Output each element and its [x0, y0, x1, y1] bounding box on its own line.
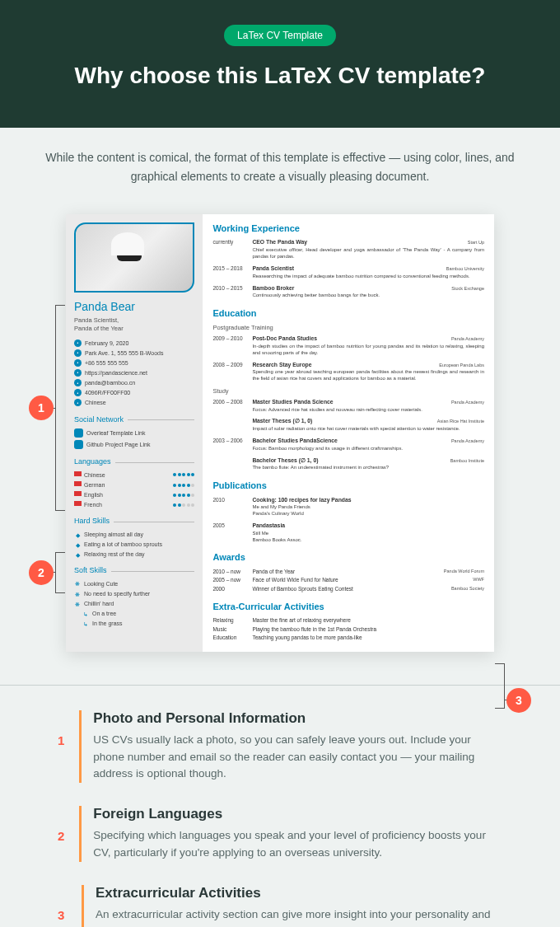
cv-preview-wrap: 1 2 3 Panda Bear Panda Scientist, Panda …: [0, 206, 560, 684]
tip-text: Specifying which languages you speak and…: [93, 827, 502, 862]
cv-entry: Bachelor Theses (∅ 1, 0)Bamboo Institute…: [212, 457, 484, 472]
social-icon: [74, 440, 83, 449]
intro-text: While the content is comical, the format…: [0, 128, 560, 206]
tip-item: 3Extracurricular ActivitiesAn extracurri…: [58, 885, 502, 927]
cv-entry: 2010 – 2015Bamboo BrokerStock ExchangeCo…: [212, 285, 484, 300]
callout-badge-3: 3: [506, 688, 531, 713]
cv-entry: Master Theses (∅ 1, 0)Asian Rice Hat Ins…: [212, 418, 484, 433]
softskill-row: ❋No need to specify further: [74, 590, 194, 597]
social-row: Github Project Page Link: [74, 440, 194, 449]
social-heading: Social Network: [74, 415, 194, 425]
contact-row: •https://pandascience.net: [74, 369, 194, 377]
languages-heading: Languages: [74, 457, 194, 467]
tip-text: An extracurricular activity section can …: [96, 906, 502, 927]
study-label: Study: [212, 387, 484, 396]
page-header: LaTex CV Template Why choose this LaTeX …: [0, 0, 560, 128]
pub-entry: 2005PandastasiaStill Me Bamboo Books Ass…: [212, 522, 484, 543]
cv-entry: 2009 – 2010Post-Doc Panda StudiesPanda A…: [212, 335, 484, 356]
contact-row: •4096R/FF00FF00: [74, 389, 194, 396]
skill-icon: ◆: [74, 531, 81, 538]
pub-entry: 2010Cooking: 100 recipes for lazy Pandas…: [212, 497, 484, 517]
ed-heading: Education: [212, 307, 484, 319]
contact-row: •February 9, 2020: [74, 339, 194, 347]
cv-entry: currentlyCEO The Panda WayStart UpChief …: [212, 239, 484, 260]
language-row: German: [74, 481, 194, 489]
contact-icon: •: [74, 379, 82, 386]
cv-role: Panda Scientist, Panda of the Year: [74, 316, 194, 333]
skill-icon: ↳: [82, 611, 89, 617]
language-row: Chinese: [74, 471, 194, 479]
bracket-3: [495, 663, 505, 709]
hardskill-row: ◆Sleeping almost all day: [74, 531, 194, 538]
social-row: Overleaf Template Link: [74, 428, 194, 438]
skill-icon: ❋: [74, 591, 81, 597]
flag-icon: [74, 501, 82, 506]
softskills-heading: Soft Skills: [74, 566, 194, 576]
flag-icon: [74, 491, 82, 496]
cv-sidebar: Panda Bear Panda Scientist, Panda of the…: [66, 214, 203, 651]
tip-number: 2: [58, 806, 64, 862]
category-pill: LaTex CV Template: [224, 25, 336, 46]
tip-title: Foreign Languages: [93, 806, 502, 822]
contact-row: •Park Ave. 1, 555 555 B-Woods: [74, 349, 194, 357]
tip-number: 1: [58, 710, 64, 784]
tip-number: 3: [58, 885, 67, 927]
pub-heading: Publications: [212, 480, 484, 491]
bracket-1: [55, 305, 65, 511]
contact-icon: •: [74, 389, 82, 396]
activity-entry: RelaxingMaster the fine art of relaxing …: [212, 617, 484, 624]
skill-icon: ❋: [74, 601, 81, 607]
skill-icon: ❋: [74, 580, 81, 587]
language-row: English: [74, 491, 194, 499]
softskill-row: ↳On a tree: [74, 610, 194, 617]
aw-heading: Awards: [212, 551, 484, 563]
award-entry: 2005 – nowFace of World Wide Fund for Na…: [212, 577, 484, 583]
tip-title: Extracurricular Activities: [96, 885, 502, 901]
activity-entry: EducationTeaching young pandas to be mor…: [212, 634, 484, 641]
cv-entry: 2006 – 2008Master Studies Panda ScienceP…: [212, 399, 484, 414]
tip-item: 1Photo and Personal InformationUS CVs us…: [58, 710, 502, 784]
softskill-row: ❋Looking Cute: [74, 580, 194, 588]
social-icon: [74, 428, 83, 438]
contact-row: •+86 555 555 555: [74, 359, 194, 367]
cv-name: Panda Bear: [74, 299, 194, 314]
contact-icon: •: [74, 349, 82, 357]
tip-title: Photo and Personal Information: [93, 710, 502, 727]
language-row: French: [74, 501, 194, 508]
tip-text: US CVs usually lack a photo, so you can …: [93, 732, 502, 784]
hardskills-heading: Hard Skills: [74, 517, 194, 527]
we-heading: Working Experience: [212, 222, 484, 234]
hardskill-row: ◆Relaxing rest of the day: [74, 550, 194, 558]
skill-icon: ◆: [74, 551, 81, 558]
ec-heading: Extra-Curricular Activities: [212, 601, 484, 612]
softskill-row: ❋Chillin' hard: [74, 600, 194, 607]
cv-document: Panda Bear Panda Scientist, Panda of the…: [66, 214, 494, 651]
flag-icon: [74, 481, 82, 486]
callout-badge-1: 1: [29, 396, 54, 420]
skill-icon: ◆: [74, 541, 81, 548]
profile-photo: [74, 222, 194, 293]
contact-row: •panda@bamboo.cn: [74, 379, 194, 386]
page-title: Why choose this LaTeX CV template?: [16, 61, 544, 91]
award-entry: 2000Winner of Bamboo Sprouts Eating Cont…: [212, 586, 484, 592]
contact-icon: •: [74, 359, 82, 367]
bracket-2: [55, 552, 65, 593]
activity-entry: MusicPlaying the bamboo flute in the 1st…: [212, 626, 484, 633]
tip-item: 2Foreign LanguagesSpecifying which langu…: [58, 806, 502, 862]
callout-badge-2: 2: [29, 560, 54, 585]
award-entry: 2010 – nowPanda of the YearPanda World F…: [212, 569, 484, 575]
softskill-row: ↳In the grass: [74, 620, 194, 627]
cv-entry: 2015 – 2018Panda ScientistBamboo Univers…: [212, 265, 484, 280]
cv-main: Working Experience currentlyCEO The Pand…: [203, 214, 494, 651]
contact-icon: •: [74, 369, 82, 377]
tips-section: 1Photo and Personal InformationUS CVs us…: [0, 710, 560, 927]
contact-row: •Chinese: [74, 399, 194, 406]
skill-icon: ↳: [82, 620, 89, 627]
hardskill-row: ◆Eating a lot of bamboo sprouts: [74, 541, 194, 548]
divider: [0, 685, 560, 686]
cv-entry: 2003 – 2006Bachelor Studies PandaScience…: [212, 438, 484, 452]
cv-entry: 2008 – 2009Research Stay EuropeEuropean …: [212, 362, 484, 382]
postgrad-label: Postgraduate Training: [212, 324, 484, 332]
flag-icon: [74, 471, 82, 476]
contact-icon: •: [74, 399, 82, 406]
